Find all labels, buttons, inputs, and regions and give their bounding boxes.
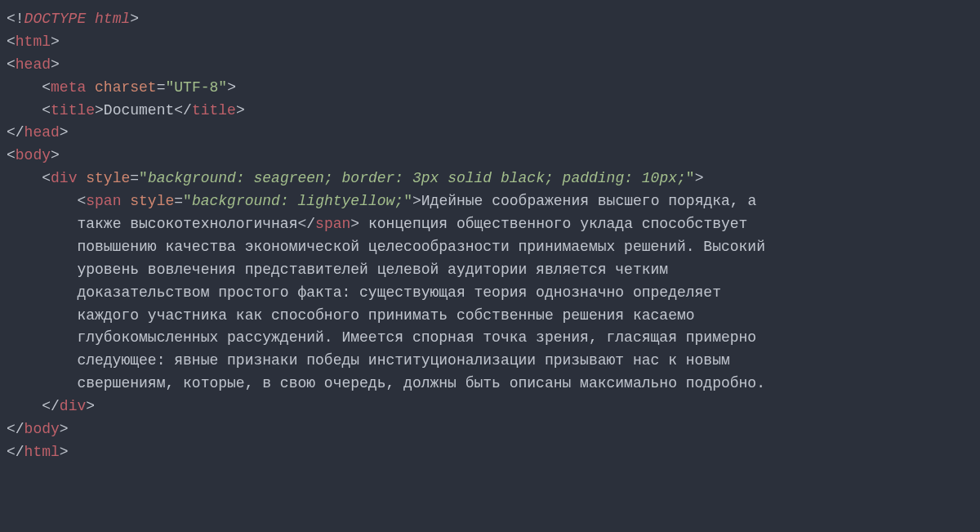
code-editor[interactable]: <!DOCTYPE html> <html> <head> <meta char…: [0, 8, 980, 464]
code-line: </body>: [7, 421, 69, 437]
code-line: <title>Document</title>: [7, 102, 245, 118]
code-line: <body>: [7, 147, 60, 163]
code-line: свершениям, которые, в свою очередь, дол…: [7, 375, 765, 391]
code-line: повышению качества экономической целесоо…: [7, 239, 765, 255]
code-line: доказательством простого факта: существу…: [7, 284, 721, 301]
code-line: </div>: [7, 398, 95, 414]
code-line: каждого участника как способного принима…: [7, 307, 695, 324]
code-line: <head>: [7, 56, 60, 73]
code-line: </head>: [7, 124, 69, 141]
code-line: следующее: явные признаки победы институ…: [7, 352, 730, 369]
code-line: <meta charset="UTF-8">: [7, 79, 236, 96]
code-line: <!DOCTYPE html>: [7, 11, 139, 27]
code-line: <span style="background: lightyellow;">И…: [7, 193, 756, 209]
code-line: <html>: [7, 34, 60, 50]
code-line: уровень вовлечения представителей целево…: [7, 262, 668, 278]
code-line: <div style="background: seagreen; border…: [7, 170, 703, 186]
code-line: </html>: [7, 444, 69, 460]
code-line: глубокомысленных рассуждений. Имеется сп…: [7, 329, 756, 346]
code-line: также высокотехнологичная</span> концепц…: [7, 216, 747, 232]
